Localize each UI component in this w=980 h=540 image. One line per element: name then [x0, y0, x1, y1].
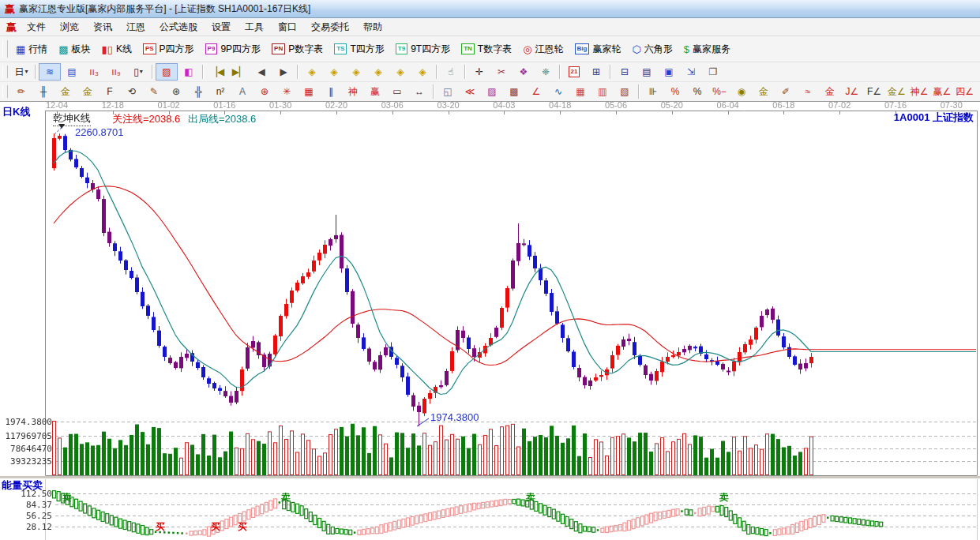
toolbar-button-zigzag-pattern[interactable]: ≋: [39, 63, 61, 81]
toolbar-button-compress-view[interactable]: ◈: [389, 63, 411, 81]
toolbar-button-print-setup[interactable]: ❐: [702, 63, 724, 81]
toolbar-button-first-page[interactable]: ▕◀: [206, 63, 228, 81]
toolbar-button-tool-wave-band[interactable]: ≈: [797, 83, 819, 100]
toolbar-button-crosshair-tool[interactable]: ✛: [468, 63, 490, 81]
toolbar-button-tool-gold-section-2[interactable]: 金: [77, 83, 99, 100]
toolbar-button-tool-gold-line[interactable]: 金: [753, 83, 775, 100]
toolbar-button-zoom-out-horizontal[interactable]: ◈: [345, 63, 367, 81]
toolbar-button-kline[interactable]: ▮▯K线: [96, 41, 137, 58]
toolbar-button-save[interactable]: ▣: [658, 63, 680, 81]
toolbar-button-p-table[interactable]: PNP数字表: [266, 41, 329, 58]
toolbar-button-9p-square[interactable]: P99P四方形: [200, 41, 266, 58]
menu-item-0[interactable]: 文件: [20, 20, 53, 34]
toolbar-grip[interactable]: [2, 40, 8, 58]
toolbar-button-next-page[interactable]: ▶: [272, 63, 295, 81]
toolbar-button-period-day-dropdown[interactable]: 日▾: [10, 63, 32, 81]
toolbar-button-zoom-in-horizontal[interactable]: ◈: [367, 63, 389, 81]
toolbar-button-tool-wave[interactable]: ∿: [547, 83, 569, 100]
toolbar-grip[interactable]: [2, 85, 8, 99]
menu-item-8[interactable]: 交易委托: [304, 20, 356, 34]
toolbar-button-tool-hatch[interactable]: ▧: [614, 83, 636, 100]
toolbar-button-erase-tool[interactable]: ✂: [490, 63, 513, 81]
toolbar-button-winner-service[interactable]: $赢家服务: [678, 41, 736, 58]
toolbar-button-candle-style-dropdown[interactable]: ▯▾: [127, 63, 149, 81]
toolbar-button-tool-spiral[interactable]: ⟲: [121, 83, 143, 100]
toolbar-button-tool-four-angle[interactable]: 四∠: [953, 83, 976, 100]
toolbar-button-tool-fibo[interactable]: F: [99, 83, 121, 100]
toolbar-button-tool-ray-fan[interactable]: ≪: [459, 83, 481, 100]
toolbar-button-tool-shen-angle[interactable]: 神∠: [908, 83, 931, 100]
toolbar-button-tool-target[interactable]: ⊕: [253, 83, 276, 100]
toolbar-button-tool-gold-section-1[interactable]: 金: [54, 83, 77, 100]
toolbar-button-tool-grid[interactable]: ╬: [187, 83, 209, 100]
toolbar-button-tool-brush[interactable]: ✐: [775, 83, 797, 100]
toolbar-button-gann-wheel[interactable]: ◎江恩轮: [517, 41, 569, 58]
toolbar-button-t-square[interactable]: TST四方形: [329, 41, 390, 58]
toolbar-button-winner-wheel[interactable]: Big赢家轮: [569, 41, 627, 58]
toolbar-button-tool-ying[interactable]: 赢: [364, 83, 386, 100]
toolbar-button-tool-trend-angle[interactable]: ∠: [525, 83, 547, 100]
toolbar-button-tool-pencil[interactable]: ✏: [10, 83, 32, 100]
toolbar-button-tool-ying-angle[interactable]: 赢∠: [931, 83, 954, 100]
toolbar-button-info-panel[interactable]: ▤: [61, 63, 83, 81]
toolbar-button-tool-box-region[interactable]: ◱: [437, 83, 459, 100]
toolbar-button-tool-angle-mirror[interactable]: A: [231, 83, 253, 100]
toolbar-button-notepad[interactable]: ▤: [636, 63, 658, 81]
toolbar-button-tool-grid-red[interactable]: ▦: [569, 83, 591, 100]
toolbar-button-calendar[interactable]: 21: [563, 63, 585, 81]
toolbar-button-flower-teal-tool[interactable]: ❈: [535, 63, 557, 81]
toolbar-button-tool-cycle-circle[interactable]: ⊛: [165, 83, 187, 100]
toolbar-button-tool-star[interactable]: ✳: [276, 83, 298, 100]
toolbar-button-last-page[interactable]: ▶▏: [228, 63, 250, 81]
menu-item-9[interactable]: 帮助: [356, 20, 389, 34]
toolbar-button-tool-gold-circle[interactable]: ◉: [730, 83, 753, 100]
toolbar-button-tool-web[interactable]: ▦: [298, 83, 320, 100]
toolbar-button-tool-gann-box[interactable]: ▨: [481, 83, 503, 100]
toolbar-button-tool-split[interactable]: ∥: [320, 83, 342, 100]
toolbar-button-tool-shen[interactable]: 神: [342, 83, 364, 100]
menu-item-6[interactable]: 工具: [238, 20, 271, 34]
toolbar-button-tool-gold-angle[interactable]: 金∠: [885, 83, 908, 100]
toolbar-button-tool-percent[interactable]: %: [686, 83, 708, 100]
toolbar-button-tool-n-square[interactable]: n²: [209, 83, 231, 100]
menu-item-5[interactable]: 设置: [205, 20, 238, 34]
toolbar-button-t-table[interactable]: TNT数字表: [456, 41, 517, 58]
toolbar-button-tool-ruler[interactable]: ▭: [386, 83, 408, 100]
menu-item-2[interactable]: 资讯: [86, 20, 119, 34]
toolbar-button-tool-f-angle[interactable]: F∠: [863, 83, 885, 100]
toolbar-button-trend-fill[interactable]: ▨: [156, 63, 178, 81]
kline-chart-canvas[interactable]: [0, 99, 980, 540]
toolbar-button-export[interactable]: ⇲: [680, 63, 702, 81]
menu-item-1[interactable]: 浏览: [53, 20, 86, 34]
toolbar-button-pan-right-diamond[interactable]: ◈: [323, 63, 345, 81]
toolbar-button-pan-left-diamond[interactable]: ◈: [301, 63, 323, 81]
toolbar-button-calculator[interactable]: ⊞: [585, 63, 607, 81]
menu-item-4[interactable]: 公式选股: [152, 20, 205, 34]
toolbar-button-tool-j-angle[interactable]: J∠: [841, 83, 863, 100]
menu-item-3[interactable]: 江恩: [119, 20, 152, 34]
toolbar-button-tool-gann-box-fill[interactable]: ▩: [503, 83, 525, 100]
toolbar-button-data-calculator[interactable]: ⊟: [614, 63, 636, 81]
toolbar-button-tool-percent-retrace[interactable]: %: [664, 83, 686, 100]
toolbar-button-volume-profile[interactable]: ◧: [178, 63, 200, 81]
toolbar-button-tool-pen[interactable]: ✎: [143, 83, 165, 100]
toolbar-button-tool-gold-red[interactable]: 金: [819, 83, 841, 100]
toolbar-button-minor-cycle-3[interactable]: ıı₃: [83, 63, 105, 81]
toolbar-button-sectors[interactable]: ▩板块: [53, 41, 96, 58]
toolbar-button-tool-measure-width[interactable]: ↔: [408, 83, 430, 100]
toolbar-button-tool-grid-red-2[interactable]: ▥: [591, 83, 614, 100]
toolbar-button-tool-percent-line[interactable]: %−: [708, 83, 730, 100]
toolbar-button-hand-tool[interactable]: ☝: [440, 63, 462, 81]
toolbar-button-tool-gann-fence[interactable]: ╫: [32, 83, 54, 100]
toolbar-button-quotes[interactable]: ▦行情: [10, 41, 53, 58]
toolbar-button-hexagon[interactable]: ⬡六角形: [626, 41, 678, 58]
toolbar-button-tool-percent-scale[interactable]: ⊪: [642, 83, 664, 100]
kline-style-label[interactable]: 乾坤K线: [53, 111, 91, 126]
toolbar-button-flower-purple-tool[interactable]: ❖: [513, 63, 535, 81]
toolbar-button-prev-page[interactable]: ◀: [250, 63, 272, 81]
toolbar-button-expand-view[interactable]: ◈: [411, 63, 434, 81]
toolbar-button-9t-square[interactable]: T99T四方形: [390, 41, 456, 58]
toolbar-button-minor-cycle-9[interactable]: ıı₉: [105, 63, 127, 81]
menu-item-7[interactable]: 窗口: [271, 20, 304, 34]
toolbar-grip[interactable]: [2, 66, 8, 79]
